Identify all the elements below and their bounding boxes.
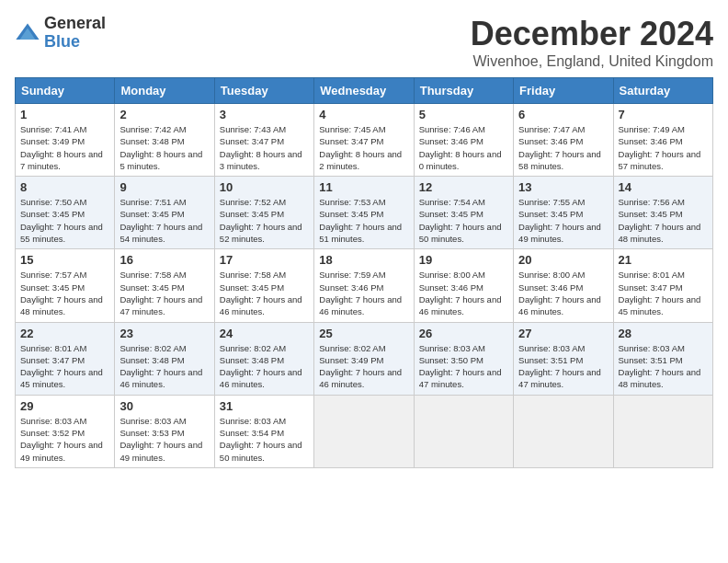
- day-number: 17: [220, 253, 309, 267]
- column-header-wednesday: Wednesday: [314, 78, 414, 104]
- day-number: 1: [20, 108, 109, 121]
- day-cell: 14Sunrise: 7:56 AM Sunset: 3:45 PM Dayli…: [613, 177, 712, 249]
- day-number: 9: [119, 180, 209, 194]
- day-info: Sunrise: 8:02 AM Sunset: 3:49 PM Dayligh…: [319, 342, 408, 391]
- day-cell: 20Sunrise: 8:00 AM Sunset: 3:46 PM Dayli…: [514, 249, 613, 322]
- day-number: 19: [419, 253, 508, 267]
- day-cell: 1Sunrise: 7:41 AM Sunset: 3:49 PM Daylig…: [16, 104, 115, 177]
- day-info: Sunrise: 8:02 AM Sunset: 3:48 PM Dayligh…: [220, 342, 309, 391]
- day-number: 13: [518, 180, 608, 194]
- day-info: Sunrise: 7:52 AM Sunset: 3:45 PM Dayligh…: [220, 196, 309, 245]
- column-header-monday: Monday: [115, 78, 214, 104]
- day-info: Sunrise: 8:02 AM Sunset: 3:48 PM Dayligh…: [119, 342, 209, 391]
- day-number: 15: [20, 253, 109, 267]
- column-header-saturday: Saturday: [613, 78, 712, 104]
- column-header-friday: Friday: [514, 78, 613, 104]
- day-cell: 17Sunrise: 7:58 AM Sunset: 3:45 PM Dayli…: [214, 249, 313, 322]
- day-number: 22: [20, 327, 109, 340]
- column-header-sunday: Sunday: [16, 78, 115, 104]
- day-cell: [414, 395, 513, 467]
- day-info: Sunrise: 7:56 AM Sunset: 3:45 PM Dayligh…: [619, 196, 708, 245]
- day-number: 29: [20, 399, 109, 413]
- day-number: 21: [619, 253, 708, 267]
- day-cell: 11Sunrise: 7:53 AM Sunset: 3:45 PM Dayli…: [314, 177, 414, 249]
- day-cell: 30Sunrise: 8:03 AM Sunset: 3:53 PM Dayli…: [115, 395, 214, 467]
- day-number: 28: [619, 327, 708, 340]
- day-number: 27: [518, 327, 608, 340]
- day-info: Sunrise: 8:01 AM Sunset: 3:47 PM Dayligh…: [619, 269, 708, 317]
- location-text: Wivenhoe, England, United Kingdom: [471, 53, 713, 70]
- day-info: Sunrise: 8:03 AM Sunset: 3:51 PM Dayligh…: [619, 342, 708, 391]
- day-cell: 27Sunrise: 8:03 AM Sunset: 3:51 PM Dayli…: [514, 322, 613, 395]
- day-number: 3: [220, 108, 309, 121]
- day-info: Sunrise: 8:03 AM Sunset: 3:51 PM Dayligh…: [518, 342, 608, 391]
- day-cell: [314, 395, 414, 467]
- day-cell: 31Sunrise: 8:03 AM Sunset: 3:54 PM Dayli…: [214, 395, 313, 467]
- day-number: 11: [319, 180, 408, 194]
- day-number: 10: [220, 180, 309, 194]
- day-number: 20: [518, 253, 608, 267]
- day-info: Sunrise: 7:41 AM Sunset: 3:49 PM Dayligh…: [20, 123, 109, 172]
- day-info: Sunrise: 7:49 AM Sunset: 3:46 PM Dayligh…: [619, 123, 708, 172]
- day-cell: 26Sunrise: 8:03 AM Sunset: 3:50 PM Dayli…: [414, 322, 513, 395]
- day-info: Sunrise: 7:50 AM Sunset: 3:45 PM Dayligh…: [20, 196, 109, 245]
- day-info: Sunrise: 8:03 AM Sunset: 3:50 PM Dayligh…: [419, 342, 508, 391]
- day-number: 7: [619, 108, 708, 121]
- logo: General Blue: [15, 15, 106, 52]
- day-cell: 13Sunrise: 7:55 AM Sunset: 3:45 PM Dayli…: [514, 177, 613, 249]
- month-title: December 2024: [471, 15, 713, 53]
- day-cell: 29Sunrise: 8:03 AM Sunset: 3:52 PM Dayli…: [16, 395, 115, 467]
- day-info: Sunrise: 8:03 AM Sunset: 3:54 PM Dayligh…: [220, 415, 309, 464]
- day-cell: 23Sunrise: 8:02 AM Sunset: 3:48 PM Dayli…: [115, 322, 214, 395]
- day-number: 12: [419, 180, 508, 194]
- day-cell: 3Sunrise: 7:43 AM Sunset: 3:47 PM Daylig…: [214, 104, 313, 177]
- day-info: Sunrise: 7:57 AM Sunset: 3:45 PM Dayligh…: [20, 269, 109, 317]
- day-info: Sunrise: 7:51 AM Sunset: 3:45 PM Dayligh…: [119, 196, 209, 245]
- day-number: 25: [319, 327, 408, 340]
- day-cell: 2Sunrise: 7:42 AM Sunset: 3:48 PM Daylig…: [115, 104, 214, 177]
- day-number: 26: [419, 327, 508, 340]
- day-info: Sunrise: 7:54 AM Sunset: 3:45 PM Dayligh…: [419, 196, 508, 245]
- day-cell: 6Sunrise: 7:47 AM Sunset: 3:46 PM Daylig…: [514, 104, 613, 177]
- day-info: Sunrise: 8:00 AM Sunset: 3:46 PM Dayligh…: [419, 269, 508, 317]
- day-cell: 12Sunrise: 7:54 AM Sunset: 3:45 PM Dayli…: [414, 177, 513, 249]
- day-info: Sunrise: 7:58 AM Sunset: 3:45 PM Dayligh…: [119, 269, 209, 317]
- calendar-body: 1Sunrise: 7:41 AM Sunset: 3:49 PM Daylig…: [16, 104, 713, 468]
- day-cell: 18Sunrise: 7:59 AM Sunset: 3:46 PM Dayli…: [314, 249, 414, 322]
- day-cell: 25Sunrise: 8:02 AM Sunset: 3:49 PM Dayli…: [314, 322, 414, 395]
- day-cell: 5Sunrise: 7:46 AM Sunset: 3:46 PM Daylig…: [414, 104, 513, 177]
- day-cell: 16Sunrise: 7:58 AM Sunset: 3:45 PM Dayli…: [115, 249, 214, 322]
- day-cell: 9Sunrise: 7:51 AM Sunset: 3:45 PM Daylig…: [115, 177, 214, 249]
- week-row-4: 22Sunrise: 8:01 AM Sunset: 3:47 PM Dayli…: [16, 322, 713, 395]
- day-info: Sunrise: 7:53 AM Sunset: 3:45 PM Dayligh…: [319, 196, 408, 245]
- day-info: Sunrise: 7:58 AM Sunset: 3:45 PM Dayligh…: [220, 269, 309, 317]
- day-info: Sunrise: 7:59 AM Sunset: 3:46 PM Dayligh…: [319, 269, 408, 317]
- week-row-2: 8Sunrise: 7:50 AM Sunset: 3:45 PM Daylig…: [16, 177, 713, 249]
- calendar-table: SundayMondayTuesdayWednesdayThursdayFrid…: [15, 77, 713, 468]
- day-cell: [514, 395, 613, 467]
- day-number: 5: [419, 108, 508, 121]
- day-cell: 28Sunrise: 8:03 AM Sunset: 3:51 PM Dayli…: [613, 322, 712, 395]
- week-row-3: 15Sunrise: 7:57 AM Sunset: 3:45 PM Dayli…: [16, 249, 713, 322]
- day-number: 2: [119, 108, 209, 121]
- day-cell: 19Sunrise: 8:00 AM Sunset: 3:46 PM Dayli…: [414, 249, 513, 322]
- day-info: Sunrise: 7:55 AM Sunset: 3:45 PM Dayligh…: [518, 196, 608, 245]
- day-info: Sunrise: 8:03 AM Sunset: 3:52 PM Dayligh…: [20, 415, 109, 464]
- day-number: 6: [518, 108, 608, 121]
- day-cell: 15Sunrise: 7:57 AM Sunset: 3:45 PM Dayli…: [16, 249, 115, 322]
- day-info: Sunrise: 7:45 AM Sunset: 3:47 PM Dayligh…: [319, 123, 408, 172]
- day-info: Sunrise: 8:01 AM Sunset: 3:47 PM Dayligh…: [20, 342, 109, 391]
- day-number: 14: [619, 180, 708, 194]
- day-cell: 7Sunrise: 7:49 AM Sunset: 3:46 PM Daylig…: [613, 104, 712, 177]
- logo-icon: [15, 20, 40, 46]
- day-info: Sunrise: 8:03 AM Sunset: 3:53 PM Dayligh…: [119, 415, 209, 464]
- day-info: Sunrise: 7:42 AM Sunset: 3:48 PM Dayligh…: [119, 123, 209, 172]
- title-block: December 2024 Wivenhoe, England, United …: [471, 15, 713, 70]
- column-header-thursday: Thursday: [414, 78, 513, 104]
- day-number: 24: [220, 327, 309, 340]
- day-info: Sunrise: 7:47 AM Sunset: 3:46 PM Dayligh…: [518, 123, 608, 172]
- day-cell: 4Sunrise: 7:45 AM Sunset: 3:47 PM Daylig…: [314, 104, 414, 177]
- day-cell: 24Sunrise: 8:02 AM Sunset: 3:48 PM Dayli…: [214, 322, 313, 395]
- day-number: 30: [119, 399, 209, 413]
- day-info: Sunrise: 7:46 AM Sunset: 3:46 PM Dayligh…: [419, 123, 508, 172]
